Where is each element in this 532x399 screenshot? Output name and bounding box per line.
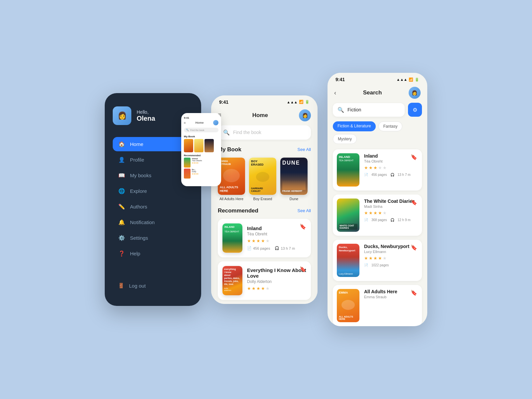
sidebar-item-help[interactable]: ❓ Help bbox=[113, 246, 193, 261]
sidebar-item-explore[interactable]: 🌐 Explore bbox=[113, 184, 193, 198]
search-content: 🔍 Fiction ⚙ Fiction & Literature Fantasy… bbox=[328, 103, 427, 326]
result-meta-ducks: 📄 1022 pages bbox=[364, 263, 418, 267]
profile-icon: 👤 bbox=[118, 157, 125, 163]
result-cover-inland: INLAND TÉA OBREHT bbox=[337, 153, 359, 187]
rec-info-everything: Everything I Know About Love Dolly Alder… bbox=[247, 267, 306, 294]
bookmark-result-alladults[interactable]: 🔖 bbox=[411, 290, 417, 296]
sidebar-item-notification[interactable]: 🔔 Notification bbox=[113, 215, 193, 229]
help-icon: ❓ bbox=[118, 250, 125, 257]
result-inland[interactable]: INLAND TÉA OBREHT Inland Téa Obreht ★ ★ … bbox=[333, 149, 422, 191]
home-title: Home bbox=[252, 112, 268, 119]
result-stars-ducks: ★ ★ ★ ★ ★ bbox=[364, 256, 418, 261]
book-title-all-adults: All Adults Here bbox=[219, 197, 243, 201]
chip-mystery[interactable]: Mystery bbox=[333, 134, 357, 144]
pages-inland: 📄 456 pages bbox=[247, 246, 270, 250]
sidebar-screen: 👩 Hello, Olena 🏠 Home 👤 Profile 📖 My boo… bbox=[105, 93, 201, 306]
rec-cover-inland: INLAND TÉA OBREHT bbox=[222, 223, 242, 253]
greeting-label: Hello, bbox=[137, 109, 155, 115]
sidebar-item-authors[interactable]: ✏️ Authors bbox=[113, 200, 193, 214]
search-status-icons: ▲▲▲ 📶 🔋 bbox=[396, 77, 419, 82]
result-whitecoat[interactable]: WHITE COAT DIARIES The White Coat Diarie… bbox=[333, 195, 422, 236]
star-2: ★ bbox=[252, 238, 256, 243]
authors-icon: ✏️ bbox=[118, 203, 125, 210]
book-item-boy-erased[interactable]: BOYERASED GARRARDCANLEY Boy Erased bbox=[249, 158, 276, 201]
wifi-icon: 📶 bbox=[299, 100, 304, 104]
home-icon: 🏠 bbox=[118, 141, 125, 147]
signal-icon: ▲▲▲ bbox=[396, 77, 407, 81]
search-icon: 🔍 bbox=[223, 129, 230, 136]
rec-title-inland: Inland bbox=[247, 225, 306, 231]
logout-button[interactable]: 🚪 Log out bbox=[113, 279, 193, 293]
rec-item-everything[interactable]: everythingi knowaboutparties, dates,frie… bbox=[218, 261, 311, 300]
nav-label-notification: Notification bbox=[130, 219, 155, 225]
book-cover-boy-erased: BOYERASED GARRARDCANLEY bbox=[249, 158, 276, 195]
result-cover-alladults: EMMA ALL ADULTS HERE bbox=[337, 289, 359, 322]
avatar: 👩 bbox=[113, 106, 131, 125]
pages-icon: 📄 bbox=[247, 246, 252, 250]
rec-title-everything: Everything I Know About Love bbox=[247, 267, 306, 279]
username-label: Olena bbox=[137, 115, 155, 122]
home-phone: 9:41 ▲▲▲ 📶 🔋 ≡ Home 👩 🔍 Find the book My… bbox=[211, 95, 318, 304]
rec-meta-inland: 📄 456 pages 🎧 13 h 7 m bbox=[247, 246, 306, 250]
bookmark-result-inland[interactable]: 🔖 bbox=[411, 154, 417, 160]
search-bar[interactable]: 🔍 Find the book bbox=[218, 125, 311, 140]
home-header: ≡ Home 👩 bbox=[211, 107, 318, 125]
recommended-see-all[interactable]: See All bbox=[298, 208, 311, 213]
nav-label-explore: Explore bbox=[130, 188, 147, 194]
explore-icon: 🌐 bbox=[118, 188, 125, 194]
star-4: ★ bbox=[261, 238, 265, 243]
star-2: ★ bbox=[252, 286, 256, 291]
bookmark-result-whitecoat[interactable]: 🔖 bbox=[411, 199, 417, 205]
preview-phone: 9:41 ≡ Home 🔍 Find the book My Book Reco… bbox=[181, 113, 221, 186]
star-5: ★ bbox=[266, 286, 270, 291]
book-cover-all-adults: EMMASTRAUB ALL ADULTSHERE bbox=[218, 158, 245, 195]
my-book-section-header: My Book See All bbox=[218, 146, 311, 153]
result-alladults[interactable]: EMMA ALL ADULTS HERE All Adults Here Emm… bbox=[333, 285, 422, 326]
gear-icon: ⚙️ bbox=[118, 235, 125, 241]
search-user-avatar[interactable]: 👩 bbox=[409, 87, 421, 99]
result-title-alladults: All Adults Here bbox=[364, 289, 418, 294]
bookmark-everything[interactable]: 🔖 bbox=[300, 266, 306, 272]
headphone-icon: 🎧 bbox=[275, 246, 279, 250]
sidebar-item-settings[interactable]: ⚙️ Settings bbox=[113, 231, 193, 245]
star-5: ★ bbox=[266, 238, 270, 243]
status-bar: 9:41 ▲▲▲ 📶 🔋 bbox=[211, 95, 318, 107]
chip-fantasy[interactable]: Fantasy bbox=[378, 121, 403, 131]
headphone-icon: 🎧 bbox=[390, 218, 394, 222]
back-button[interactable]: ‹ bbox=[334, 89, 336, 96]
search-input-box[interactable]: 🔍 Fiction bbox=[333, 103, 405, 117]
filter-icon: ⚙ bbox=[413, 107, 417, 113]
user-avatar[interactable]: 👩 bbox=[299, 109, 311, 121]
my-book-see-all[interactable]: See All bbox=[298, 147, 311, 152]
bookmark-result-ducks[interactable]: 🔖 bbox=[411, 244, 417, 251]
book-item-dune[interactable]: DUNE FRANK HERBERT Dune bbox=[280, 158, 308, 201]
home-content: 🔍 Find the book My Book See All EMMASTRA… bbox=[211, 125, 318, 304]
rec-cover-everything: everythingi knowaboutparties, dates,frie… bbox=[222, 266, 242, 295]
result-title-inland: Inland bbox=[364, 153, 418, 159]
bell-icon: 🔔 bbox=[118, 219, 125, 225]
status-icons: ▲▲▲ 📶 🔋 bbox=[287, 100, 310, 104]
nav-label-authors: Authors bbox=[130, 204, 147, 209]
result-info-inland: Inland Téa Obreht ★ ★ ★ ★ ★ 📄 456 pages bbox=[364, 153, 418, 177]
pages-icon: 📄 bbox=[364, 218, 368, 222]
rec-item-inland[interactable]: INLAND TÉA OBREHT Inland Téa Obreht ★ ★ … bbox=[218, 219, 311, 257]
rec-info-inland: Inland Téa Obreht ★ ★ ★ ★ ★ 📄 456 pages bbox=[247, 225, 306, 250]
recommended-section-header: Recommended See All bbox=[218, 207, 311, 214]
pages-icon: 📄 bbox=[364, 173, 368, 177]
logout-label: Log out bbox=[129, 283, 146, 289]
filter-button[interactable]: ⚙ bbox=[408, 103, 422, 117]
book-item-all-adults[interactable]: EMMASTRAUB ALL ADULTSHERE All Adults Her… bbox=[218, 158, 245, 201]
bookmark-inland[interactable]: 🔖 bbox=[300, 223, 306, 230]
book-cover-dune: DUNE FRANK HERBERT bbox=[280, 158, 308, 195]
star-3: ★ bbox=[256, 286, 260, 291]
result-cover-ducks: Ducks,Newburyport Lucy Ellmann bbox=[337, 244, 359, 277]
headphone-icon: 🎧 bbox=[390, 173, 394, 177]
result-title-whitecoat: The White Coat Diaries bbox=[364, 199, 418, 204]
result-meta-whitecoat: 📄 368 pages 🎧 12 h 9 m bbox=[364, 218, 418, 222]
result-ducks[interactable]: Ducks,Newburyport Lucy Ellmann Ducks, Ne… bbox=[333, 240, 422, 281]
result-author-whitecoat: Madi Sinha bbox=[364, 204, 418, 208]
rec-author-inland: Téa Obreht bbox=[247, 232, 306, 236]
chip-fiction-literature[interactable]: Fiction & Literature bbox=[333, 121, 376, 131]
result-info-whitecoat: The White Coat Diaries Madi Sinha ★ ★ ★ … bbox=[364, 199, 418, 222]
my-book-title: My Book bbox=[218, 146, 241, 153]
